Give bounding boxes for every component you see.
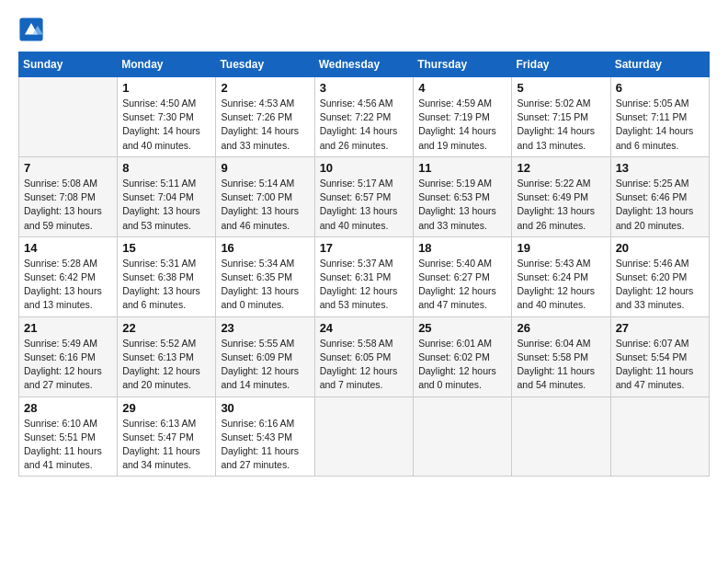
calendar-cell	[512, 396, 610, 477]
calendar-cell: 8Sunrise: 5:11 AM Sunset: 7:04 PM Daylig…	[118, 156, 216, 236]
calendar-cell: 30Sunrise: 6:16 AM Sunset: 5:43 PM Dayli…	[216, 396, 314, 477]
calendar-cell	[19, 77, 118, 157]
day-info: Sunrise: 5:08 AM Sunset: 7:08 PM Dayligh…	[24, 177, 112, 233]
calendar-cell: 22Sunrise: 5:52 AM Sunset: 6:13 PM Dayli…	[118, 316, 216, 396]
day-info: Sunrise: 5:02 AM Sunset: 7:15 PM Dayligh…	[517, 97, 605, 153]
logo	[18, 17, 48, 42]
calendar-cell: 12Sunrise: 5:22 AM Sunset: 6:49 PM Dayli…	[512, 156, 610, 236]
day-number: 21	[24, 321, 112, 335]
calendar-cell: 9Sunrise: 5:14 AM Sunset: 7:00 PM Daylig…	[216, 156, 314, 236]
day-number: 12	[517, 161, 605, 175]
day-info: Sunrise: 6:07 AM Sunset: 5:54 PM Dayligh…	[616, 337, 704, 393]
day-number: 7	[24, 161, 112, 175]
day-number: 28	[24, 401, 112, 415]
day-number: 4	[418, 81, 506, 95]
day-number: 3	[320, 81, 409, 95]
day-info: Sunrise: 4:50 AM Sunset: 7:30 PM Dayligh…	[122, 97, 210, 153]
day-number: 14	[24, 241, 112, 255]
day-number: 9	[221, 161, 309, 175]
day-number: 10	[320, 161, 409, 175]
calendar-cell: 21Sunrise: 5:49 AM Sunset: 6:16 PM Dayli…	[19, 316, 118, 396]
day-info: Sunrise: 4:53 AM Sunset: 7:26 PM Dayligh…	[221, 97, 309, 153]
calendar-week-row: 28Sunrise: 6:10 AM Sunset: 5:51 PM Dayli…	[19, 396, 710, 477]
calendar-week-row: 7Sunrise: 5:08 AM Sunset: 7:08 PM Daylig…	[19, 156, 710, 236]
calendar-cell: 18Sunrise: 5:40 AM Sunset: 6:27 PM Dayli…	[414, 236, 512, 316]
day-info: Sunrise: 4:59 AM Sunset: 7:19 PM Dayligh…	[418, 97, 506, 153]
day-info: Sunrise: 5:55 AM Sunset: 6:09 PM Dayligh…	[221, 337, 309, 393]
day-info: Sunrise: 6:10 AM Sunset: 5:51 PM Dayligh…	[24, 417, 112, 473]
day-number: 16	[221, 241, 309, 255]
day-number: 5	[517, 81, 605, 95]
calendar-week-row: 1Sunrise: 4:50 AM Sunset: 7:30 PM Daylig…	[19, 77, 710, 157]
logo-icon	[18, 17, 44, 42]
day-info: Sunrise: 5:34 AM Sunset: 6:35 PM Dayligh…	[221, 257, 309, 313]
day-number: 15	[122, 241, 210, 255]
day-number: 17	[320, 241, 409, 255]
day-number: 13	[616, 161, 704, 175]
day-info: Sunrise: 5:37 AM Sunset: 6:31 PM Dayligh…	[320, 257, 409, 313]
day-number: 2	[221, 81, 309, 95]
col-header-friday: Friday	[512, 52, 610, 77]
day-info: Sunrise: 5:11 AM Sunset: 7:04 PM Dayligh…	[122, 177, 210, 233]
col-header-monday: Monday	[118, 52, 216, 77]
day-info: Sunrise: 5:19 AM Sunset: 6:53 PM Dayligh…	[418, 177, 506, 233]
day-info: Sunrise: 5:28 AM Sunset: 6:42 PM Dayligh…	[24, 257, 112, 313]
calendar-week-row: 14Sunrise: 5:28 AM Sunset: 6:42 PM Dayli…	[19, 236, 710, 316]
day-info: Sunrise: 5:52 AM Sunset: 6:13 PM Dayligh…	[122, 337, 210, 393]
day-info: Sunrise: 5:46 AM Sunset: 6:20 PM Dayligh…	[616, 257, 704, 313]
col-header-tuesday: Tuesday	[216, 52, 314, 77]
calendar-cell: 1Sunrise: 4:50 AM Sunset: 7:30 PM Daylig…	[118, 77, 216, 157]
calendar-cell: 2Sunrise: 4:53 AM Sunset: 7:26 PM Daylig…	[216, 77, 314, 157]
day-number: 8	[122, 161, 210, 175]
day-number: 18	[418, 241, 506, 255]
col-header-sunday: Sunday	[19, 52, 118, 77]
day-info: Sunrise: 5:43 AM Sunset: 6:24 PM Dayligh…	[517, 257, 605, 313]
day-number: 30	[221, 401, 309, 415]
calendar-cell: 26Sunrise: 6:04 AM Sunset: 5:58 PM Dayli…	[512, 316, 610, 396]
calendar-table: SundayMondayTuesdayWednesdayThursdayFrid…	[18, 52, 710, 477]
day-info: Sunrise: 6:13 AM Sunset: 5:47 PM Dayligh…	[122, 417, 210, 473]
calendar-cell: 11Sunrise: 5:19 AM Sunset: 6:53 PM Dayli…	[414, 156, 512, 236]
calendar-cell: 16Sunrise: 5:34 AM Sunset: 6:35 PM Dayli…	[216, 236, 314, 316]
calendar-cell: 19Sunrise: 5:43 AM Sunset: 6:24 PM Dayli…	[512, 236, 610, 316]
calendar-cell: 3Sunrise: 4:56 AM Sunset: 7:22 PM Daylig…	[314, 77, 414, 157]
calendar-cell	[414, 396, 512, 477]
day-number: 29	[122, 401, 210, 415]
calendar-cell: 5Sunrise: 5:02 AM Sunset: 7:15 PM Daylig…	[512, 77, 610, 157]
header	[18, 17, 710, 42]
day-info: Sunrise: 6:04 AM Sunset: 5:58 PM Dayligh…	[517, 337, 605, 393]
col-header-wednesday: Wednesday	[314, 52, 414, 77]
calendar-cell: 27Sunrise: 6:07 AM Sunset: 5:54 PM Dayli…	[610, 316, 709, 396]
calendar-week-row: 21Sunrise: 5:49 AM Sunset: 6:16 PM Dayli…	[19, 316, 710, 396]
day-number: 25	[418, 321, 506, 335]
calendar-cell: 7Sunrise: 5:08 AM Sunset: 7:08 PM Daylig…	[19, 156, 118, 236]
day-number: 27	[616, 321, 704, 335]
day-number: 20	[616, 241, 704, 255]
calendar-cell: 17Sunrise: 5:37 AM Sunset: 6:31 PM Dayli…	[314, 236, 414, 316]
col-header-saturday: Saturday	[610, 52, 709, 77]
day-info: Sunrise: 4:56 AM Sunset: 7:22 PM Dayligh…	[320, 97, 409, 153]
day-number: 22	[122, 321, 210, 335]
calendar-cell	[610, 396, 709, 477]
day-number: 26	[517, 321, 605, 335]
day-info: Sunrise: 6:16 AM Sunset: 5:43 PM Dayligh…	[221, 417, 309, 473]
calendar-cell: 10Sunrise: 5:17 AM Sunset: 6:57 PM Dayli…	[314, 156, 414, 236]
day-number: 19	[517, 241, 605, 255]
calendar-cell: 28Sunrise: 6:10 AM Sunset: 5:51 PM Dayli…	[19, 396, 118, 477]
calendar-cell: 13Sunrise: 5:25 AM Sunset: 6:46 PM Dayli…	[610, 156, 709, 236]
day-number: 1	[122, 81, 210, 95]
day-number: 23	[221, 321, 309, 335]
calendar-cell: 25Sunrise: 6:01 AM Sunset: 6:02 PM Dayli…	[414, 316, 512, 396]
calendar-cell: 4Sunrise: 4:59 AM Sunset: 7:19 PM Daylig…	[414, 77, 512, 157]
calendar-cell: 20Sunrise: 5:46 AM Sunset: 6:20 PM Dayli…	[610, 236, 709, 316]
day-info: Sunrise: 5:31 AM Sunset: 6:38 PM Dayligh…	[122, 257, 210, 313]
day-info: Sunrise: 5:22 AM Sunset: 6:49 PM Dayligh…	[517, 177, 605, 233]
day-number: 11	[418, 161, 506, 175]
day-info: Sunrise: 5:17 AM Sunset: 6:57 PM Dayligh…	[320, 177, 409, 233]
day-info: Sunrise: 6:01 AM Sunset: 6:02 PM Dayligh…	[418, 337, 506, 393]
calendar-cell: 14Sunrise: 5:28 AM Sunset: 6:42 PM Dayli…	[19, 236, 118, 316]
day-info: Sunrise: 5:14 AM Sunset: 7:00 PM Dayligh…	[221, 177, 309, 233]
day-info: Sunrise: 5:40 AM Sunset: 6:27 PM Dayligh…	[418, 257, 506, 313]
calendar-header-row: SundayMondayTuesdayWednesdayThursdayFrid…	[19, 52, 710, 77]
page: SundayMondayTuesdayWednesdayThursdayFrid…	[0, 0, 728, 563]
